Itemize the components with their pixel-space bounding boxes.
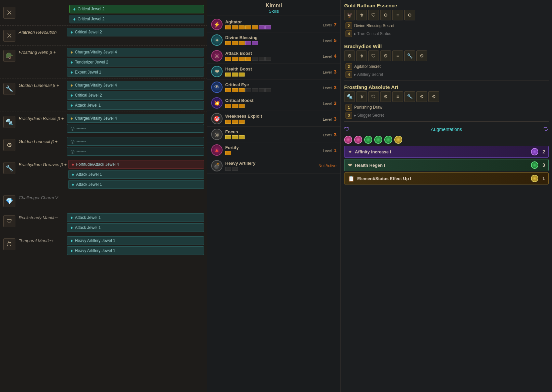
set-icon-0-3: ⚙ — [380, 10, 391, 20]
set-bonus-icons-0: 🦅🗡🛡⚙≡⚙ — [344, 10, 549, 20]
jewel-slots-legs: ◎-------◎------- — [67, 137, 204, 156]
jewel-slot-chest-1[interactable]: ♦Tenderizer Jewel 2 — [67, 58, 204, 67]
skill-bar-4-4 — [252, 88, 258, 92]
skill-bars-0 — [225, 25, 320, 29]
jewel-slot-waist-0[interactable]: ♦Charger/Vitality Jewel 4 — [67, 114, 204, 123]
jewel-icon: ♦ — [71, 29, 73, 35]
set-bonus-1: Brachydios Will⚙🗡🛡⚙≡🔧⚙2Agitator Secret4▸… — [344, 43, 549, 81]
jewel-name-weapon-0: Critical Jewel 2 — [78, 7, 105, 11]
jewel-slot-mantle2-1[interactable]: ♦Heavy Artillery Jewel 1 — [67, 246, 204, 255]
skill-icon-7: ◎ — [211, 129, 223, 140]
jewel-icon: ♦ — [71, 49, 73, 55]
jewel-slot-chest-0[interactable]: ♦Charger/Vitality Jewel 4 — [67, 48, 204, 56]
skill-icon-4: 👁 — [211, 82, 223, 93]
equipment-row-arms: 🔧Golden Lunemail β +♦Charger/Vitality Je… — [0, 79, 207, 112]
skill-level-3: Level 3 — [323, 69, 336, 75]
set-bonus-title-1: Brachydios Will — [344, 43, 549, 49]
jewel-slot-legs-1[interactable]: ◎------- — [67, 147, 204, 156]
skill-bar-1-1 — [232, 41, 238, 45]
jewel-slot-arms-0[interactable]: ♦Charger/Vitality Jewel 4 — [67, 81, 204, 90]
skill-bar-1-3 — [245, 41, 251, 45]
skill-name-3: Health Boost — [225, 67, 320, 72]
skill-bars-2 — [225, 57, 320, 61]
skill-name-0: Agitator — [225, 19, 320, 24]
skill-bar-9-0 — [225, 167, 231, 171]
jewel-icon: ♦ — [73, 6, 76, 12]
skill-row-7: ◎FocusLevel 3 — [207, 127, 340, 142]
skill-bar-0-2 — [239, 25, 245, 29]
set-skill-row-0-1: 4▸ True Critical Status — [344, 30, 549, 38]
jewel-slot-feet-1[interactable]: ♦Attack Jewel 1 — [68, 170, 204, 179]
skill-bar-0-3 — [245, 25, 251, 29]
skill-bar-4-2 — [239, 88, 245, 92]
jewel-icon: ♦ — [73, 16, 76, 22]
set-icon-0-0: 🦅 — [344, 10, 355, 20]
skill-bar-0-6 — [265, 25, 271, 29]
equipment-name-feet: Brachydium Greaves β + — [19, 160, 67, 167]
jewel-icon: ♦ — [71, 103, 73, 108]
skill-name-8: Fortify — [225, 145, 320, 150]
skill-bar-4-1 — [232, 88, 238, 92]
jewel-slot-feet-0[interactable]: ♦Fortitude/Attack Jewel 4 — [68, 160, 204, 169]
set-bonus-title-2: Frostfang Absolute Art — [344, 84, 549, 90]
skill-bars-1 — [225, 41, 320, 45]
equipment-icon-arms: 🔧 — [3, 82, 16, 96]
set-skill-name-0-1: ▸ True Critical Status — [354, 31, 391, 36]
middle-header: Kimmi Skills — [207, 0, 340, 15]
jewel-slot-weapon-0[interactable]: ♦Critical Jewel 2 — [70, 5, 204, 13]
jewel-slot-weapon-1[interactable]: ♦Critical Jewel 2 — [70, 15, 204, 23]
jewel-slot-waist-1[interactable]: ◎------- — [67, 124, 204, 133]
jewel-slot-legs-0[interactable]: ◎------- — [67, 137, 204, 146]
jewel-name-chest-1: Tenderizer Jewel 2 — [75, 60, 108, 64]
set-icon-1-4: ≡ — [392, 50, 403, 61]
level-num: 5 — [334, 37, 336, 43]
skill-name-7: Focus — [225, 129, 320, 134]
not-active-label: Not Active — [318, 163, 336, 168]
jewel-icon: ♦ — [72, 172, 74, 177]
skill-bars-5 — [225, 104, 320, 108]
equipment-name-mantle1: Rocksteady Mantle+ — [19, 213, 65, 220]
jewel-slot-helm-0[interactable]: ♦Critical Jewel 2 — [67, 28, 204, 36]
jewel-slots-arms: ♦Charger/Vitality Jewel 4♦Critical Jewel… — [67, 81, 204, 110]
skill-level-8: Level 1 — [323, 147, 336, 153]
jewel-icon: ◎ — [71, 126, 75, 131]
skill-level-1: Level 5 — [323, 37, 336, 43]
skill-bars-4 — [225, 88, 320, 92]
jewel-icon: ♦ — [72, 162, 74, 167]
jewel-slot-arms-1[interactable]: ♦Critical Jewel 2 — [67, 91, 204, 100]
jewel-slot-chest-2[interactable]: ♦Expert Jewel 1 — [67, 68, 204, 77]
jewel-name-feet-0: Fortitude/Attack Jewel 4 — [76, 162, 119, 167]
set-skill-name-1-0: Agitator Secret — [354, 64, 381, 69]
jewel-slot-feet-2[interactable]: ♦Attack Jewel 1 — [68, 180, 204, 189]
skill-level-2: Level 4 — [323, 53, 336, 59]
skill-icon-6: 🎯 — [211, 113, 223, 124]
jewel-slot-mantle1-0[interactable]: ♦Attack Jewel 1 — [67, 213, 204, 222]
equipment-icon-feet: 🔧 — [3, 161, 16, 175]
equipment-icon-charm: 💎 — [3, 194, 16, 208]
equipment-name-chest: Frostfang Helm β + — [19, 48, 65, 55]
set-icon-0-1: 🗡 — [356, 10, 367, 20]
jewel-slot-mantle2-0[interactable]: ♦Heavy Artillery Jewel 1 — [67, 236, 204, 245]
equip-icon-img-weapon: ⚔ — [3, 7, 15, 19]
skill-icon-0: ⚡ — [211, 19, 223, 30]
aug-count-0: 2 — [542, 149, 545, 154]
jewel-icon: ◎ — [71, 149, 75, 154]
skill-bar-9-1 — [232, 167, 238, 171]
skill-icon-2: ⚔ — [211, 50, 223, 61]
jewel-slot-arms-2[interactable]: ♦Attack Jewel 1 — [67, 101, 204, 110]
skill-bar-1-4 — [252, 41, 258, 45]
skill-info-5: Critical Boost — [225, 98, 320, 108]
set-skill-num-2-0: 1 — [346, 104, 352, 111]
aug-gem-3 — [374, 136, 382, 144]
skill-info-6: Weakness Exploit — [225, 114, 320, 124]
equipment-row-helm: ⚔Alatreon Revolution♦Critical Jewel 2 — [0, 26, 207, 46]
set-skill-num-0-0: 2 — [346, 22, 352, 29]
jewel-slots-mantle2: ♦Heavy Artillery Jewel 1♦Heavy Artillery… — [67, 236, 204, 255]
jewel-slot-mantle1-1[interactable]: ♦Attack Jewel 1 — [67, 223, 204, 232]
jewel-slots-waist: ♦Charger/Vitality Jewel 4◎------- — [67, 114, 204, 133]
skill-icon-9: 💣 — [211, 160, 223, 171]
middle-panel: Kimmi Skills ⚡AgitatorLevel 7✦Divine Ble… — [207, 0, 341, 392]
jewel-slots-helm: ♦Critical Jewel 2 — [67, 28, 204, 36]
jewel-icon: ♦ — [71, 83, 73, 88]
skill-name-4: Critical Eye — [225, 82, 320, 87]
